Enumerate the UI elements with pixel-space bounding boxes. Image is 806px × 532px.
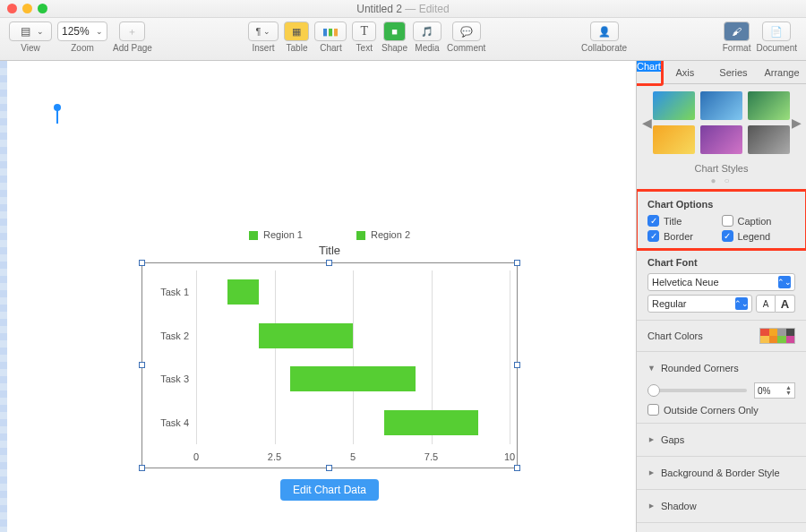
text-button[interactable]: T	[352, 21, 376, 41]
chart-bar[interactable]	[384, 410, 478, 435]
format-button[interactable]: 🖌	[724, 21, 750, 41]
style-thumb-6[interactable]	[748, 125, 790, 154]
x-tick: 10	[504, 451, 515, 462]
outside-corners-label: Outside Corners Only	[664, 405, 759, 416]
style-thumb-5[interactable]	[700, 125, 742, 154]
caption-checkbox[interactable]	[722, 215, 733, 227]
title-checkbox[interactable]: ✓	[647, 215, 659, 227]
font-smaller-button[interactable]: A	[756, 295, 776, 313]
document-label: Document	[756, 43, 797, 53]
legend-option-label: Legend	[738, 231, 771, 242]
rounded-slider[interactable]	[647, 389, 747, 392]
insert-button[interactable]: ¶⌄	[248, 21, 279, 41]
zoom-select[interactable]: 125%⌄	[57, 21, 107, 41]
toolbar: ▤⌄ View 125%⌄ Zoom ＋ Add Page ¶⌄Insert ▦…	[0, 18, 806, 61]
style-thumb-1[interactable]	[653, 91, 695, 120]
chart-button[interactable]: ▮▮▮	[314, 21, 347, 41]
chart-legend: Region 1 Region 2	[141, 229, 518, 240]
shape-button[interactable]: ■	[383, 21, 406, 41]
comment-button[interactable]: 💬	[452, 21, 481, 41]
font-weight-select[interactable]: Regular⌃⌄	[647, 295, 752, 313]
edit-chart-data-button[interactable]: Edit Chart Data	[280, 479, 379, 501]
chart-font-section: Chart Font Helvetica Neue⌃⌄ Regular⌃⌄ A …	[637, 249, 806, 320]
add-page-button[interactable]: ＋	[119, 21, 145, 41]
format-label: Format	[723, 43, 751, 53]
x-tick: 0	[193, 451, 199, 462]
text-label: Text	[356, 43, 373, 53]
zoom-label: Zoom	[71, 43, 94, 53]
gaps-disclosure[interactable]: ▼Gaps	[647, 431, 795, 449]
insert-label: Insert	[253, 43, 275, 53]
rounded-value-field[interactable]: 0%▲▼	[754, 382, 795, 399]
view-button[interactable]: ▤⌄	[9, 21, 52, 41]
comment-label: Comment	[447, 43, 485, 53]
style-thumb-3[interactable]	[748, 91, 790, 120]
media-button[interactable]: 🎵	[413, 21, 442, 41]
border-checkbox[interactable]: ✓	[647, 230, 659, 242]
bgborder-disclosure[interactable]: ▼Background & Border Style	[647, 464, 795, 482]
shadow-disclosure[interactable]: ▼Shadow	[647, 497, 795, 515]
chart-options-section: Chart Options ✓Title Caption ✓Border ✓Le…	[637, 191, 806, 249]
chart-label: Chart	[320, 43, 341, 53]
styles-page-dots: ● ○	[637, 176, 806, 191]
y-label: Task 4	[144, 417, 189, 428]
table-button[interactable]: ▦	[284, 21, 309, 41]
shape-label: Shape	[382, 43, 407, 53]
charttype-section: ▼Chart Type	[637, 522, 806, 532]
format-sidebar: Chart Axis Series Arrange ◀ ▶ Chart Styl…	[636, 61, 806, 532]
rounded-corners-disclosure[interactable]: ▼Rounded Corners	[647, 359, 795, 377]
gaps-label: Gaps	[661, 434, 684, 445]
x-tick: 7.5	[424, 451, 438, 462]
style-thumb-4[interactable]	[653, 125, 695, 154]
zoom-value: 125%	[62, 25, 90, 38]
tab-series[interactable]: Series	[709, 61, 758, 83]
chart-colors-section: Chart Colors	[637, 320, 806, 351]
chart-font-header: Chart Font	[647, 257, 795, 268]
style-thumb-2[interactable]	[700, 91, 742, 120]
border-option-label: Border	[664, 231, 693, 242]
chart-bar[interactable]	[227, 279, 259, 305]
chart-styles-row: ◀ ▶	[637, 84, 806, 158]
font-weight-value: Regular	[652, 298, 687, 309]
document-button[interactable]: 📄	[762, 21, 791, 41]
legend-region2: Region 2	[371, 229, 410, 240]
tab-axis[interactable]: Axis	[661, 61, 709, 83]
chart-frame[interactable]: 02.557.510Task 1Task 2Task 3Task 4	[141, 262, 518, 468]
y-label: Task 1	[144, 287, 189, 297]
styles-next-button[interactable]: ▶	[790, 116, 802, 130]
document-canvas[interactable]: Region 1 Region 2 Title 02.557.510Task 1…	[7, 61, 634, 532]
legend-checkbox[interactable]: ✓	[722, 230, 733, 242]
legend-region1: Region 1	[263, 229, 303, 240]
x-tick: 5	[350, 451, 356, 462]
collaborate-label: Collaborate	[581, 43, 627, 53]
tab-chart[interactable]: Chart	[637, 61, 661, 72]
chart-bar[interactable]	[290, 366, 416, 391]
x-tick: 2.5	[268, 451, 281, 462]
chart-styles-label: Chart Styles	[637, 158, 806, 176]
text-cursor	[56, 107, 58, 124]
chart-colors-label: Chart Colors	[647, 330, 703, 341]
gaps-section: ▼Gaps	[637, 423, 806, 456]
chart-title[interactable]: Title	[141, 244, 518, 257]
title-option-label: Title	[664, 216, 682, 227]
caption-option-label: Caption	[738, 216, 772, 227]
bgborder-section: ▼Background & Border Style	[637, 456, 806, 489]
font-bigger-button[interactable]: A	[776, 295, 795, 313]
tab-arrange[interactable]: Arrange	[758, 61, 806, 83]
chart-bar[interactable]	[259, 323, 353, 348]
styles-prev-button[interactable]: ◀	[640, 116, 653, 130]
y-label: Task 3	[144, 373, 189, 384]
chart-colors-button[interactable]	[759, 328, 795, 344]
rounded-corners-section: ▼Rounded Corners 0%▲▼ Outside Corners On…	[637, 351, 806, 423]
collaborate-button[interactable]: 👤	[590, 21, 619, 41]
font-family-select[interactable]: Helvetica Neue⌃⌄	[647, 273, 795, 291]
table-label: Table	[287, 43, 308, 53]
window-title: Untitled 2	[356, 3, 402, 15]
media-label: Media	[415, 43, 439, 53]
thumbnail-strip[interactable]	[0, 61, 7, 532]
chart-object[interactable]: Region 1 Region 2 Title 02.557.510Task 1…	[141, 229, 518, 501]
y-label: Task 2	[144, 330, 189, 341]
outside-corners-checkbox[interactable]	[647, 404, 659, 416]
shadow-section: ▼Shadow	[637, 489, 806, 522]
addpage-label: Add Page	[113, 43, 152, 53]
